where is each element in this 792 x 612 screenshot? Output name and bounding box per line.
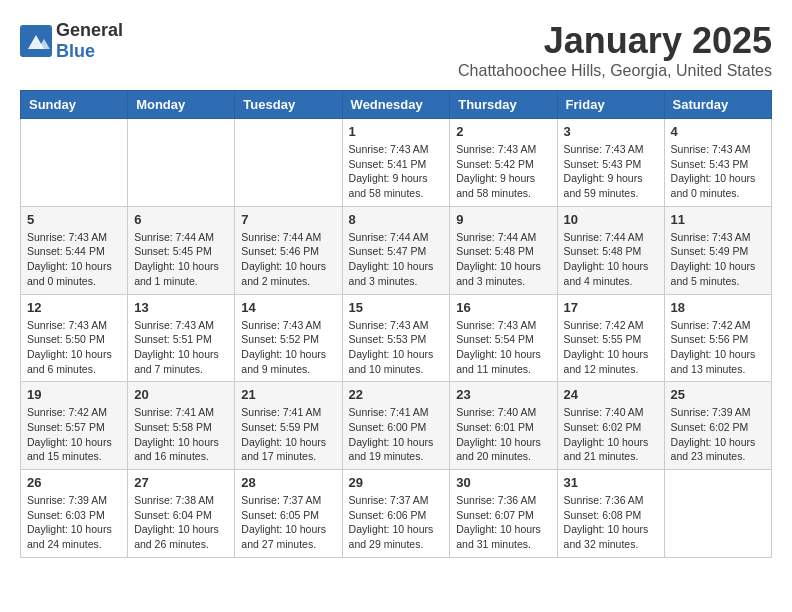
calendar-cell: 9Sunrise: 7:44 AM Sunset: 5:48 PM Daylig… xyxy=(450,206,557,294)
calendar-cell: 21Sunrise: 7:41 AM Sunset: 5:59 PM Dayli… xyxy=(235,382,342,470)
day-number: 3 xyxy=(564,124,658,139)
day-number: 7 xyxy=(241,212,335,227)
calendar-cell: 6Sunrise: 7:44 AM Sunset: 5:45 PM Daylig… xyxy=(128,206,235,294)
calendar-cell: 26Sunrise: 7:39 AM Sunset: 6:03 PM Dayli… xyxy=(21,470,128,558)
day-number: 26 xyxy=(27,475,121,490)
day-number: 19 xyxy=(27,387,121,402)
day-number: 1 xyxy=(349,124,444,139)
calendar-title: January 2025 xyxy=(458,20,772,62)
calendar-cell: 23Sunrise: 7:40 AM Sunset: 6:01 PM Dayli… xyxy=(450,382,557,470)
day-number: 12 xyxy=(27,300,121,315)
day-info: Sunrise: 7:42 AM Sunset: 5:57 PM Dayligh… xyxy=(27,405,121,464)
day-info: Sunrise: 7:43 AM Sunset: 5:51 PM Dayligh… xyxy=(134,318,228,377)
day-number: 10 xyxy=(564,212,658,227)
logo: General Blue xyxy=(20,20,123,62)
header: General Blue January 2025 Chattahoochee … xyxy=(20,20,772,80)
day-number: 11 xyxy=(671,212,765,227)
day-info: Sunrise: 7:39 AM Sunset: 6:03 PM Dayligh… xyxy=(27,493,121,552)
day-number: 4 xyxy=(671,124,765,139)
calendar-cell: 18Sunrise: 7:42 AM Sunset: 5:56 PM Dayli… xyxy=(664,294,771,382)
day-info: Sunrise: 7:42 AM Sunset: 5:55 PM Dayligh… xyxy=(564,318,658,377)
day-info: Sunrise: 7:43 AM Sunset: 5:49 PM Dayligh… xyxy=(671,230,765,289)
logo-icon xyxy=(20,25,52,57)
calendar-cell: 1Sunrise: 7:43 AM Sunset: 5:41 PM Daylig… xyxy=(342,119,450,207)
calendar-cell: 15Sunrise: 7:43 AM Sunset: 5:53 PM Dayli… xyxy=(342,294,450,382)
day-number: 27 xyxy=(134,475,228,490)
weekday-header-saturday: Saturday xyxy=(664,91,771,119)
calendar-cell: 11Sunrise: 7:43 AM Sunset: 5:49 PM Dayli… xyxy=(664,206,771,294)
day-info: Sunrise: 7:43 AM Sunset: 5:53 PM Dayligh… xyxy=(349,318,444,377)
calendar-cell: 31Sunrise: 7:36 AM Sunset: 6:08 PM Dayli… xyxy=(557,470,664,558)
weekday-header-thursday: Thursday xyxy=(450,91,557,119)
day-number: 9 xyxy=(456,212,550,227)
day-number: 17 xyxy=(564,300,658,315)
day-info: Sunrise: 7:43 AM Sunset: 5:41 PM Dayligh… xyxy=(349,142,444,201)
weekday-header-wednesday: Wednesday xyxy=(342,91,450,119)
week-row-2: 5Sunrise: 7:43 AM Sunset: 5:44 PM Daylig… xyxy=(21,206,772,294)
calendar-cell: 12Sunrise: 7:43 AM Sunset: 5:50 PM Dayli… xyxy=(21,294,128,382)
calendar-cell: 14Sunrise: 7:43 AM Sunset: 5:52 PM Dayli… xyxy=(235,294,342,382)
calendar-cell: 30Sunrise: 7:36 AM Sunset: 6:07 PM Dayli… xyxy=(450,470,557,558)
calendar-cell: 3Sunrise: 7:43 AM Sunset: 5:43 PM Daylig… xyxy=(557,119,664,207)
day-number: 6 xyxy=(134,212,228,227)
day-info: Sunrise: 7:40 AM Sunset: 6:02 PM Dayligh… xyxy=(564,405,658,464)
weekday-header-friday: Friday xyxy=(557,91,664,119)
day-info: Sunrise: 7:43 AM Sunset: 5:43 PM Dayligh… xyxy=(564,142,658,201)
day-number: 25 xyxy=(671,387,765,402)
day-number: 29 xyxy=(349,475,444,490)
day-info: Sunrise: 7:37 AM Sunset: 6:05 PM Dayligh… xyxy=(241,493,335,552)
day-number: 28 xyxy=(241,475,335,490)
calendar-cell: 4Sunrise: 7:43 AM Sunset: 5:43 PM Daylig… xyxy=(664,119,771,207)
calendar-cell: 2Sunrise: 7:43 AM Sunset: 5:42 PM Daylig… xyxy=(450,119,557,207)
day-number: 31 xyxy=(564,475,658,490)
day-info: Sunrise: 7:41 AM Sunset: 5:58 PM Dayligh… xyxy=(134,405,228,464)
week-row-3: 12Sunrise: 7:43 AM Sunset: 5:50 PM Dayli… xyxy=(21,294,772,382)
week-row-4: 19Sunrise: 7:42 AM Sunset: 5:57 PM Dayli… xyxy=(21,382,772,470)
day-info: Sunrise: 7:44 AM Sunset: 5:47 PM Dayligh… xyxy=(349,230,444,289)
calendar-cell: 29Sunrise: 7:37 AM Sunset: 6:06 PM Dayli… xyxy=(342,470,450,558)
calendar-subtitle: Chattahoochee Hills, Georgia, United Sta… xyxy=(458,62,772,80)
day-info: Sunrise: 7:42 AM Sunset: 5:56 PM Dayligh… xyxy=(671,318,765,377)
day-number: 14 xyxy=(241,300,335,315)
calendar-cell xyxy=(21,119,128,207)
day-info: Sunrise: 7:36 AM Sunset: 6:07 PM Dayligh… xyxy=(456,493,550,552)
calendar-cell: 8Sunrise: 7:44 AM Sunset: 5:47 PM Daylig… xyxy=(342,206,450,294)
day-number: 13 xyxy=(134,300,228,315)
day-info: Sunrise: 7:39 AM Sunset: 6:02 PM Dayligh… xyxy=(671,405,765,464)
calendar-cell xyxy=(235,119,342,207)
calendar-cell: 27Sunrise: 7:38 AM Sunset: 6:04 PM Dayli… xyxy=(128,470,235,558)
day-number: 8 xyxy=(349,212,444,227)
day-info: Sunrise: 7:44 AM Sunset: 5:48 PM Dayligh… xyxy=(456,230,550,289)
calendar-cell: 19Sunrise: 7:42 AM Sunset: 5:57 PM Dayli… xyxy=(21,382,128,470)
day-info: Sunrise: 7:44 AM Sunset: 5:48 PM Dayligh… xyxy=(564,230,658,289)
day-number: 30 xyxy=(456,475,550,490)
day-info: Sunrise: 7:43 AM Sunset: 5:50 PM Dayligh… xyxy=(27,318,121,377)
calendar-cell: 13Sunrise: 7:43 AM Sunset: 5:51 PM Dayli… xyxy=(128,294,235,382)
day-info: Sunrise: 7:43 AM Sunset: 5:54 PM Dayligh… xyxy=(456,318,550,377)
day-number: 22 xyxy=(349,387,444,402)
day-number: 16 xyxy=(456,300,550,315)
day-number: 23 xyxy=(456,387,550,402)
calendar-cell: 20Sunrise: 7:41 AM Sunset: 5:58 PM Dayli… xyxy=(128,382,235,470)
calendar-cell: 22Sunrise: 7:41 AM Sunset: 6:00 PM Dayli… xyxy=(342,382,450,470)
day-info: Sunrise: 7:43 AM Sunset: 5:44 PM Dayligh… xyxy=(27,230,121,289)
weekday-header-row: SundayMondayTuesdayWednesdayThursdayFrid… xyxy=(21,91,772,119)
day-info: Sunrise: 7:40 AM Sunset: 6:01 PM Dayligh… xyxy=(456,405,550,464)
week-row-5: 26Sunrise: 7:39 AM Sunset: 6:03 PM Dayli… xyxy=(21,470,772,558)
calendar-cell xyxy=(128,119,235,207)
day-number: 2 xyxy=(456,124,550,139)
day-info: Sunrise: 7:41 AM Sunset: 6:00 PM Dayligh… xyxy=(349,405,444,464)
calendar-cell xyxy=(664,470,771,558)
calendar-cell: 28Sunrise: 7:37 AM Sunset: 6:05 PM Dayli… xyxy=(235,470,342,558)
calendar-cell: 10Sunrise: 7:44 AM Sunset: 5:48 PM Dayli… xyxy=(557,206,664,294)
calendar-cell: 17Sunrise: 7:42 AM Sunset: 5:55 PM Dayli… xyxy=(557,294,664,382)
logo-blue: Blue xyxy=(56,41,95,61)
day-info: Sunrise: 7:44 AM Sunset: 5:45 PM Dayligh… xyxy=(134,230,228,289)
day-number: 15 xyxy=(349,300,444,315)
day-info: Sunrise: 7:38 AM Sunset: 6:04 PM Dayligh… xyxy=(134,493,228,552)
calendar-cell: 25Sunrise: 7:39 AM Sunset: 6:02 PM Dayli… xyxy=(664,382,771,470)
day-info: Sunrise: 7:41 AM Sunset: 5:59 PM Dayligh… xyxy=(241,405,335,464)
day-info: Sunrise: 7:43 AM Sunset: 5:52 PM Dayligh… xyxy=(241,318,335,377)
calendar-cell: 7Sunrise: 7:44 AM Sunset: 5:46 PM Daylig… xyxy=(235,206,342,294)
day-number: 20 xyxy=(134,387,228,402)
